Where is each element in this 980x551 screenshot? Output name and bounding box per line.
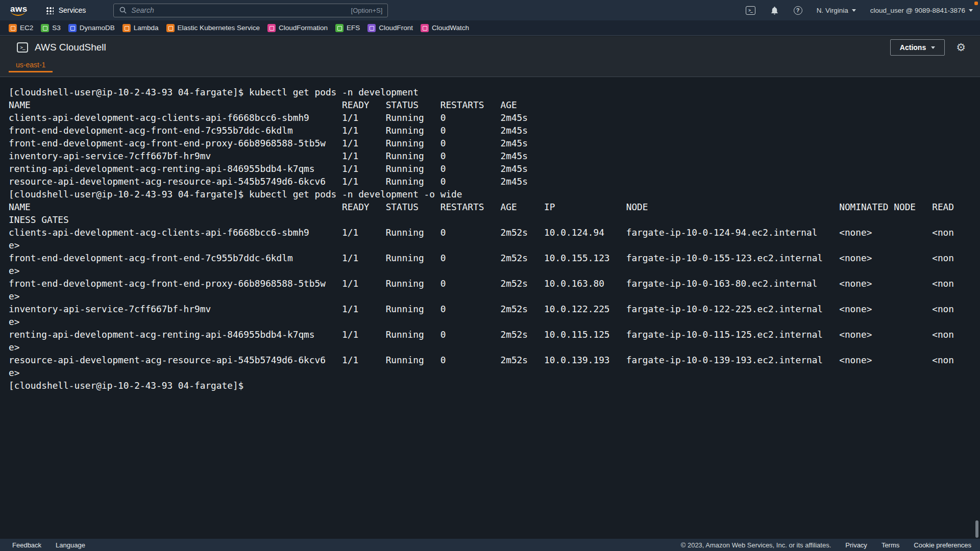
scrollbar-thumb[interactable] (975, 520, 978, 538)
actions-button[interactable]: Actions (890, 39, 945, 56)
efs-icon (335, 24, 344, 32)
cloudshell-button[interactable] (746, 6, 755, 15)
cloudformation-icon (267, 24, 276, 32)
footer-bar: Feedback Language © 2023, Amazon Web Ser… (0, 539, 980, 551)
cloudshell-header-icon (17, 42, 28, 53)
notification-dot (974, 2, 978, 5)
favorites-bar: EC2 S3 DynamoDB Lambda Elastic Kubernete… (0, 20, 980, 36)
help-button[interactable] (794, 6, 802, 15)
aws-logo[interactable]: aws (10, 5, 28, 16)
favorites-item-eks[interactable]: Elastic Kubernetes Service (166, 24, 260, 32)
actions-caret-icon (931, 46, 935, 49)
topnav-right-group: N. Virginia cloud_user @ 9089-8841-3876 (746, 6, 973, 15)
dynamodb-icon (68, 24, 77, 32)
account-label: cloud_user @ 9089-8841-3876 (870, 7, 965, 14)
cloudshell-terminal-icon (746, 6, 755, 15)
s3-icon (41, 24, 49, 32)
terms-link[interactable]: Terms (881, 541, 899, 549)
global-search-box[interactable]: [Option+S] (113, 4, 388, 17)
services-grid-icon (46, 7, 54, 14)
page-title: AWS CloudShell (35, 42, 106, 53)
terminal-panel[interactable]: [cloudshell-user@ip-10-2-43-93 04-fargat… (0, 77, 980, 539)
favorites-item-lambda[interactable]: Lambda (122, 24, 159, 32)
notifications-button[interactable] (770, 6, 779, 15)
top-navigation-bar: aws Services [Option+S] (0, 0, 980, 20)
footer-left-group: Feedback Language (12, 541, 85, 549)
account-menu[interactable]: cloud_user @ 9089-8841-3876 (870, 7, 973, 14)
cookie-preferences-link[interactable]: Cookie preferences (914, 541, 971, 549)
cloudwatch-icon (421, 24, 429, 32)
help-question-icon (794, 6, 802, 15)
search-icon (119, 6, 127, 14)
gear-icon (956, 41, 966, 54)
eks-icon (166, 24, 175, 32)
privacy-link[interactable]: Privacy (845, 541, 867, 549)
settings-gear-button[interactable] (956, 42, 966, 53)
services-label: Services (59, 6, 86, 14)
ec2-icon (9, 24, 17, 32)
favorites-item-efs[interactable]: EFS (335, 24, 360, 32)
bell-icon (770, 6, 779, 15)
copyright-text: © 2023, Amazon Web Services, Inc. or its… (681, 541, 831, 549)
feedback-link[interactable]: Feedback (12, 541, 41, 549)
lambda-icon (122, 24, 131, 32)
terminal-tab-strip: us-east-1 (0, 59, 980, 77)
favorites-item-cloudfront[interactable]: CloudFront (368, 24, 413, 32)
search-input[interactable] (131, 6, 351, 14)
favorites-item-cloudwatch[interactable]: CloudWatch (421, 24, 469, 32)
region-caret-icon (852, 9, 856, 12)
favorites-item-cloudformation[interactable]: CloudFormation (267, 24, 328, 32)
cloudshell-header: AWS CloudShell Actions (0, 36, 980, 59)
account-caret-icon (969, 9, 973, 12)
favorites-item-dynamodb[interactable]: DynamoDB (68, 24, 115, 32)
language-link[interactable]: Language (56, 541, 85, 549)
region-label: N. Virginia (817, 7, 848, 14)
aws-smile-arc-icon (11, 11, 25, 16)
favorites-item-s3[interactable]: S3 (41, 24, 61, 32)
services-menu-button[interactable]: Services (46, 6, 86, 14)
terminal-output[interactable]: [cloudshell-user@ip-10-2-43-93 04-fargat… (9, 86, 980, 392)
footer-right-group: © 2023, Amazon Web Services, Inc. or its… (681, 541, 971, 549)
cloudfront-icon (368, 24, 376, 32)
search-shortcut-hint: [Option+S] (351, 7, 383, 14)
tab-us-east-1[interactable]: us-east-1 (9, 59, 53, 72)
region-selector[interactable]: N. Virginia (817, 7, 856, 14)
favorites-item-ec2[interactable]: EC2 (9, 24, 33, 32)
aws-console-screen: aws Services [Option+S] (0, 0, 980, 551)
